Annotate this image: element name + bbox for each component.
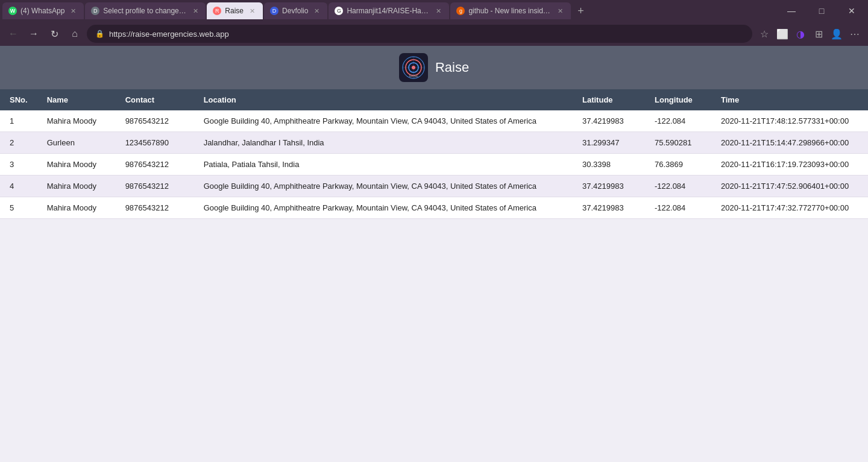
collections-icon[interactable]: ⊞ bbox=[810, 25, 827, 42]
whatsapp-favicon: W bbox=[8, 7, 17, 15]
tab-select-profile-close[interactable]: ✕ bbox=[191, 6, 200, 16]
cell-latitude: 30.3398 bbox=[573, 154, 645, 176]
lock-icon: 🔒 bbox=[95, 30, 104, 38]
table-row: 2Gurleen1234567890Jalandhar, Jalandhar I… bbox=[0, 132, 868, 154]
tab-github-label: Harmanjit14/RAISE-Hack4S bbox=[347, 7, 430, 15]
screenshot-icon[interactable]: ⬜ bbox=[774, 25, 791, 42]
cell-name: Gurleen bbox=[37, 132, 116, 154]
tab-select-profile[interactable]: D Select profile to change | Dja ✕ bbox=[85, 2, 206, 19]
color-icon[interactable]: ◑ bbox=[792, 25, 809, 42]
maximize-button[interactable]: □ bbox=[808, 0, 835, 22]
address-bar: ← → ↻ ⌂ 🔒 https://raise-emergencies.web.… bbox=[0, 22, 868, 46]
logo-svg: RAISE bbox=[401, 55, 426, 80]
tab-whatsapp[interactable]: W (4) WhatsApp ✕ bbox=[2, 2, 84, 19]
svg-text:RAISE: RAISE bbox=[409, 74, 418, 78]
browser-window: W (4) WhatsApp ✕ D Select profile to cha… bbox=[0, 0, 868, 46]
cell-contact: 9876543212 bbox=[116, 176, 194, 197]
toolbar-icons: ☆ ⬜ ◑ ⊞ 👤 ⋯ bbox=[756, 25, 863, 42]
cell-latitude: 31.299347 bbox=[573, 132, 645, 154]
reload-button[interactable]: ↻ bbox=[46, 25, 63, 42]
profile-icon[interactable]: 👤 bbox=[828, 25, 845, 42]
close-button[interactable]: ✕ bbox=[838, 0, 866, 22]
col-header-time: Time bbox=[711, 89, 868, 110]
tab-github[interactable]: G Harmanjit14/RAISE-Hack4S ✕ bbox=[329, 2, 449, 19]
raise-favicon: R bbox=[213, 7, 221, 15]
tab-github2-close[interactable]: ✕ bbox=[556, 6, 565, 16]
col-header-longitude: Longitude bbox=[645, 89, 711, 110]
cell-contact: 9876543212 bbox=[116, 197, 194, 219]
app-title: Raise bbox=[435, 60, 469, 75]
cell-contact: 9876543212 bbox=[116, 154, 194, 176]
cell-location: Jalandhar, Jalandhar I Tahsil, India bbox=[194, 132, 573, 154]
cell-longitude: -122.084 bbox=[645, 197, 711, 219]
github2-favicon: g bbox=[456, 7, 465, 15]
table-header-row: SNo. Name Contact Location Latitude Long… bbox=[0, 89, 868, 110]
col-header-sno: SNo. bbox=[0, 89, 37, 110]
emergencies-table: SNo. Name Contact Location Latitude Long… bbox=[0, 89, 868, 219]
tab-devfolio-label: Devfolio bbox=[282, 7, 308, 15]
cell-latitude: 37.4219983 bbox=[573, 176, 645, 197]
cell-location: Google Building 40, Amphitheatre Parkway… bbox=[194, 110, 573, 132]
cell-latitude: 37.4219983 bbox=[573, 197, 645, 219]
cell-location: Patiala, Patiala Tahsil, India bbox=[194, 154, 573, 176]
cell-location: Google Building 40, Amphitheatre Parkway… bbox=[194, 197, 573, 219]
table-row: 4Mahira Moody9876543212Google Building 4… bbox=[0, 176, 868, 197]
table-row: 5Mahira Moody9876543212Google Building 4… bbox=[0, 197, 868, 219]
cell-sno: 5 bbox=[0, 197, 37, 219]
minimize-button[interactable]: — bbox=[778, 0, 805, 22]
url-display: https://raise-emergencies.web.app bbox=[109, 30, 744, 39]
cell-time: 2020-11-21T17:48:12.577331+00:00 bbox=[711, 110, 868, 132]
select-profile-favicon: D bbox=[91, 7, 99, 15]
cell-sno: 1 bbox=[0, 110, 37, 132]
col-header-location: Location bbox=[194, 89, 573, 110]
cell-contact: 1234567890 bbox=[116, 132, 194, 154]
forward-button[interactable]: → bbox=[25, 25, 42, 42]
tab-bar: W (4) WhatsApp ✕ D Select profile to cha… bbox=[0, 0, 868, 22]
cell-sno: 3 bbox=[0, 154, 37, 176]
new-tab-button[interactable]: + bbox=[572, 2, 589, 19]
cell-time: 2020-11-21T16:17:19.723093+00:00 bbox=[711, 154, 868, 176]
tab-github2-label: github - New lines inside pa bbox=[468, 7, 552, 15]
app-header: RAISE Raise bbox=[0, 46, 868, 89]
cell-time: 2020-11-21T17:47:52.906401+00:00 bbox=[711, 176, 868, 197]
tab-whatsapp-close[interactable]: ✕ bbox=[68, 6, 78, 16]
cell-time: 2020-11-21T17:47:32.772770+00:00 bbox=[711, 197, 868, 219]
tab-github-close[interactable]: ✕ bbox=[435, 6, 444, 16]
tab-devfolio-close[interactable]: ✕ bbox=[312, 6, 321, 16]
more-icon[interactable]: ⋯ bbox=[846, 25, 863, 42]
cell-name: Mahira Moody bbox=[37, 197, 116, 219]
cell-location: Google Building 40, Amphitheatre Parkway… bbox=[194, 176, 573, 197]
cell-name: Mahira Moody bbox=[37, 110, 116, 132]
window-controls: — □ ✕ bbox=[778, 0, 866, 22]
devfolio-favicon: D bbox=[270, 7, 278, 15]
cell-longitude: -122.084 bbox=[645, 110, 711, 132]
github-favicon: G bbox=[335, 7, 343, 15]
cell-longitude: -122.084 bbox=[645, 176, 711, 197]
tab-github2[interactable]: g github - New lines inside pa ✕ bbox=[450, 2, 571, 19]
bookmark-icon[interactable]: ☆ bbox=[756, 25, 773, 42]
cell-sno: 4 bbox=[0, 176, 37, 197]
cell-time: 2020-11-21T15:14:47.298966+00:00 bbox=[711, 132, 868, 154]
tab-devfolio[interactable]: D Devfolio ✕ bbox=[264, 2, 327, 19]
col-header-name: Name bbox=[37, 89, 116, 110]
cell-contact: 9876543212 bbox=[116, 110, 194, 132]
tab-raise-close[interactable]: ✕ bbox=[247, 6, 257, 16]
table-row: 1Mahira Moody9876543212Google Building 4… bbox=[0, 110, 868, 132]
col-header-latitude: Latitude bbox=[573, 89, 645, 110]
back-button[interactable]: ← bbox=[5, 25, 22, 42]
cell-longitude: 75.590281 bbox=[645, 132, 711, 154]
cell-longitude: 76.3869 bbox=[645, 154, 711, 176]
home-button[interactable]: ⌂ bbox=[66, 25, 83, 42]
tab-whatsapp-label: (4) WhatsApp bbox=[20, 7, 64, 15]
cell-name: Mahira Moody bbox=[37, 176, 116, 197]
cell-latitude: 37.4219983 bbox=[573, 110, 645, 132]
table-row: 3Mahira Moody9876543212Patiala, Patiala … bbox=[0, 154, 868, 176]
tab-select-profile-label: Select profile to change | Dja bbox=[103, 7, 187, 15]
cell-name: Mahira Moody bbox=[37, 154, 116, 176]
address-input-wrap[interactable]: 🔒 https://raise-emergencies.web.app bbox=[87, 25, 752, 43]
col-header-contact: Contact bbox=[116, 89, 194, 110]
app-logo: RAISE bbox=[399, 53, 428, 82]
tab-raise-label: Raise bbox=[225, 7, 244, 15]
table-container: SNo. Name Contact Location Latitude Long… bbox=[0, 89, 868, 219]
tab-raise[interactable]: R Raise ✕ bbox=[207, 2, 263, 19]
